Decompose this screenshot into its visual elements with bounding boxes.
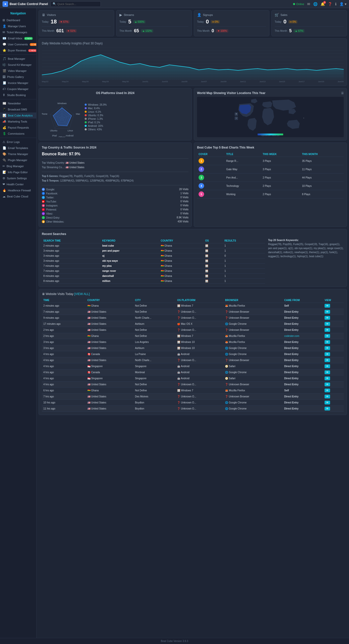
photo-icon: 🖼	[3, 75, 6, 79]
came-from-link[interactable]: codester.com	[284, 335, 299, 337]
view-button[interactable]: 👁	[325, 401, 330, 404]
sidebar-item-health-center[interactable]: ❤ Health Center	[0, 181, 36, 187]
sidebar-item-label: Beat Cube Analytics	[8, 114, 33, 117]
sidebar-item-user-comments[interactable]: 💬 User Comments 11 NEW	[0, 41, 36, 47]
sidebar-item-dashboard[interactable]: ⊞ Dashboard	[0, 17, 36, 23]
cloud-icon: ☁	[3, 195, 6, 198]
info-icon[interactable]: ℹ	[335, 2, 336, 6]
vt-col-time: TIME	[42, 298, 86, 303]
search-keyword: dancehall	[101, 274, 159, 279]
visit-time: 3 hrs ago	[42, 345, 86, 351]
beat-chart-row: 4 Technology 2 Plays 10 Plays	[197, 182, 344, 190]
rank-badge: 4	[199, 183, 204, 189]
sidebar-item-sound-kit[interactable]: 🎼 Sound Kit Manager	[0, 62, 36, 68]
search-keyword: pen and paper	[101, 248, 159, 253]
view-button[interactable]: 👁	[325, 316, 330, 320]
search-results: 1	[223, 243, 265, 248]
sidebar-item-error-logs[interactable]: ⚠ Error Logs	[0, 139, 36, 145]
signups-month: This Month 0 ▼ 100%	[197, 26, 266, 34]
visit-row: 7 hrs ago 🇺🇸 United States Des Moines ❓ …	[42, 394, 344, 400]
bell-icon[interactable]: 🔔3	[321, 2, 325, 6]
visit-os: ❓ Unknown O...	[176, 394, 224, 400]
sidebar-item-system-settings[interactable]: ⚙ System Settings	[0, 175, 36, 181]
view-button[interactable]: 👁	[325, 364, 330, 368]
beat-rank-cell: 5	[197, 190, 225, 198]
visit-view-cell: 👁	[323, 400, 344, 406]
visit-view-cell: 👁	[323, 388, 344, 394]
signup-icon: 👤	[197, 13, 201, 17]
visit-row: 3 hrs ago 🇺🇸 United States Ashburn 🪟 Win…	[42, 345, 344, 351]
rank-badge: 1	[199, 158, 204, 164]
beat-title-cell: Working	[225, 190, 261, 198]
search-keyword: million	[101, 279, 159, 284]
view-button[interactable]: 👁	[325, 346, 330, 350]
view-button[interactable]: 👁	[325, 328, 330, 332]
view-button[interactable]: 👁	[325, 395, 330, 398]
sidebar-item-invoice-manager[interactable]: 🧾 Invoice Manager	[0, 80, 36, 86]
sidebar-item-theme-manager[interactable]: 🎨 Theme Manager	[0, 151, 36, 157]
view-button[interactable]: 👁	[325, 383, 330, 386]
search-country: 🇬🇭 Ghana	[159, 258, 204, 264]
view-button[interactable]: 👁	[325, 370, 330, 374]
sidebar-item-blog-manager[interactable]: ✏ Blog Manager	[0, 163, 36, 169]
sidebar-item-beat-cube-cloud[interactable]: ☁ Beat Cube Cloud	[0, 193, 36, 199]
beat-title-cell: Gate Way	[225, 165, 261, 173]
sidebar-item-broadcast-sms[interactable]: 📱 Broadcast SMS	[0, 106, 36, 112]
vt-col-browser: BROWSER	[224, 298, 283, 303]
came-from-text: Direct Entry	[284, 401, 299, 404]
visit-row: 4 hrs ago 🇸🇬 Singapore Singapore 🤖 Andro…	[42, 363, 344, 369]
sidebar-item-marketing[interactable]: 📣 Marketing Tools	[0, 119, 36, 125]
view-button[interactable]: 👁	[325, 389, 330, 392]
view-all-link[interactable]: [VIEW ALL]	[74, 292, 90, 296]
sidebar-item-email-templates[interactable]: 📄 Email Templates	[0, 145, 36, 151]
visit-browser: 🦊 Mozilla Firefox	[224, 339, 283, 345]
search-results: 1	[223, 274, 265, 279]
globe-icon[interactable]: 🌐	[313, 2, 318, 6]
view-button[interactable]: 👁	[325, 352, 330, 356]
view-button[interactable]: 👁	[325, 340, 330, 344]
os-legend-item-others: Others: 43%	[85, 128, 107, 131]
traffic-info: Top Visiting Country: 🇺🇸 United States T…	[42, 161, 188, 170]
came-from-text: Direct Entry	[284, 316, 299, 319]
visit-country: 🇺🇸 United States	[86, 345, 134, 351]
sidebar-item-manage-users[interactable]: 👤 Manage Users	[0, 23, 36, 29]
sidebar-item-video-manager[interactable]: 🎬 Video Manager	[0, 68, 36, 74]
recent-searches-title: Recent Searches	[42, 232, 344, 236]
sidebar-item-payout[interactable]: 💰 Payout Requests	[0, 125, 36, 131]
searches-inner: SEARCH TIME KEYWORD COUNTRY OS RESULTS 2…	[42, 238, 344, 284]
view-button[interactable]: 👁	[325, 334, 330, 338]
payout-icon: 💰	[3, 126, 6, 129]
sidebar-item-studio-booking[interactable]: 🎙 Studio Booking	[0, 92, 36, 98]
os-legend: Windows: 26.9% Mac: 8.4% Linux: 4.1%	[85, 103, 107, 131]
visit-view-cell: 👁	[323, 303, 344, 309]
sidebar-item-commissions[interactable]: 💲 Commissions	[0, 131, 36, 137]
visit-browser: 🦊 Mozilla Firefox	[224, 333, 283, 339]
view-button[interactable]: 👁	[325, 376, 330, 380]
view-button[interactable]: 👁	[325, 304, 330, 308]
sidebar-item-beat-manager[interactable]: 🎵 Beat Manager	[0, 56, 36, 62]
search-bar[interactable]: 🔍 Quick Search...	[50, 1, 101, 7]
help-icon[interactable]: ❓	[328, 2, 332, 6]
view-button[interactable]: 👁	[325, 358, 330, 362]
view-button[interactable]: 👁	[325, 322, 330, 326]
sidebar-item-coupon-manager[interactable]: 🏷 Coupon Manager	[0, 86, 36, 92]
sidebar-item-ticket-messages[interactable]: ✉ Ticket Messages	[0, 29, 36, 35]
view-button[interactable]: 👁	[325, 407, 330, 411]
sidebar-item-newsletter[interactable]: 📰 Newsletter	[0, 100, 36, 106]
sidebar-item-analytics[interactable]: 📊 Beat Cube Analytics	[0, 112, 36, 119]
visit-row: 7 minutes ago 🇺🇸 United States Not Defin…	[42, 309, 344, 315]
sidebar-item-buyer-reviews[interactable]: ⭐ Buyer Reviews 1 NEW	[0, 47, 36, 53]
user-avatar[interactable]: 👤 ▾	[339, 2, 346, 6]
view-button[interactable]: 👁	[325, 310, 330, 314]
sidebar-item-photo-gallery[interactable]: 🖼 Photo Gallery	[0, 74, 36, 80]
beat-title-cell: Technology	[225, 182, 261, 190]
visit-city: Not Define	[134, 303, 176, 309]
map-menu-icon[interactable]: ☰	[341, 92, 344, 95]
sidebar-item-plugin-manager[interactable]: 🔌 Plugin Manager	[0, 157, 36, 163]
email-icon[interactable]: ✉	[307, 2, 310, 6]
search-country: 🇬🇭 Ghana	[159, 243, 204, 248]
sidebar-item-heatfence[interactable]: 🔥 Heatfence Firewall	[0, 187, 36, 193]
sidebar-item-email-inbox[interactable]: 📧 Email Inbox 6 NEW	[0, 35, 36, 41]
beat-month-cell: 11 Plays	[301, 165, 344, 173]
sidebar-item-info-page-editor[interactable]: 📝 Info Page Editor	[0, 169, 36, 175]
